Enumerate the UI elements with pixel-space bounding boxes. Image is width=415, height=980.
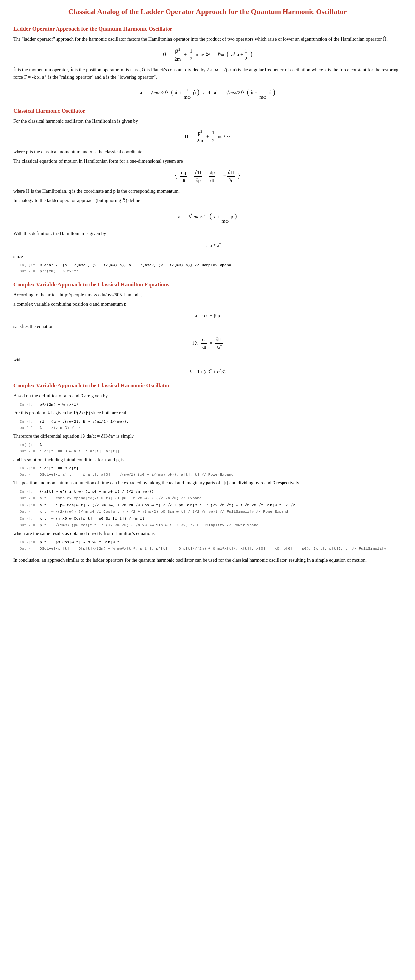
nb-out-label-diff: Out[·]= [20,448,40,454]
page-title: Classical Analog of the Ladder Operator … [13,6,402,17]
notebook-dsolve: In[·]:= i a'[t] == ω a[t] Out[·]= DSolve… [20,465,402,477]
nb-out-label-dsolve: Out[·]= [20,472,40,478]
nb-in-label-r1: In[·]:= [20,402,40,408]
nb-in-label-expand: In[·]:= [20,489,40,495]
a-classical-formula: a = √mω/2 ( x + imω p ) [13,210,402,225]
notebook-xt: In[·]:= a[t] → i p0 Cos[ω t] / (√2 √m √ω… [20,502,402,514]
nb-out-diff: i a'[t] == D[ω a[t] * a*[t], a*[t]] [40,448,402,454]
quantum-hamiltonian-formula: Ĥ = p̂22m + 12 m ω² x̂² = ℏω ( a† a + 12… [13,47,402,62]
nb-out-label-lambda: Out[·]= [20,425,40,431]
complex-para-1: According to the article http://people.u… [13,291,402,299]
ladder-para-2: p̂ is the momentum operator, x̂ is the p… [13,67,402,81]
nb-in-hamilton: p[t] → p0 Cos[ω t] - m x0 ω Sin[ω t] [40,539,402,545]
nb-in-label-lambda: In[·]:= [20,418,40,425]
complex-harmonic-para-6: which are the same results as obtained d… [13,530,402,537]
lambda-formula: λ = 1 / (αβ* + α*β) [13,368,402,375]
nb-out-label-xt: Out[·]= [20,509,40,515]
classical-para-3: The classical equations of motion in Ham… [13,158,402,165]
section-classical-title: Classical Harmonic Oscillator [13,107,402,115]
classical-para-2: where p is the classical momentum and x … [13,148,402,156]
nb-in-1: ω a*a* /. {a → √(mω/2) (x + i/(mω) p), a… [40,262,402,268]
nb-out-label-pt: Out[·]= [20,522,40,528]
H-omega-formula: H = ω a * a* [13,241,402,249]
complex-para-3: satisfies the equation [13,323,402,330]
nb-in-dsolve: i a'[t] == ω a[t] [40,465,402,471]
complex-para-2: a complex variable combining position q … [13,301,402,308]
nb-out-dsolve: DSolve[{i a'[t] == ω a[t], a[0] == √(mω/… [40,472,402,477]
complex-para-4: with [13,356,402,364]
nb-in-label-diff: In[·]:= [20,442,40,448]
notebook-diff-eq: In[·]:= λ → 1 Out[·]= i a'[t] == D[ω a[t… [20,442,402,454]
nb-in-label-pt: In[·]:= [20,516,40,522]
nb-out-1: p²/(2m) + ½ mx²ω² [40,269,402,274]
complex-harmonic-para-3: Therefore the differential equation i λ … [13,433,402,440]
nb-in-lambda: r1 = {α → √(mω/2), β → √(mω/2) 1/(mω)}; [40,418,402,424]
nb-out-label-expand: Out[·]= [20,495,40,501]
conclusion-text: In conclusion, an approach similar to th… [13,557,402,564]
section-complex-harmonic-title: Complex Variable Approach to the Classic… [13,381,402,390]
nb-in-label-hamilton: In[·]:= [20,539,40,545]
notebook-r1: In[·]:= p²/(2m) + ½ mx²ω² [20,402,402,408]
complex-harmonic-para-5: The position and momentum as a function … [13,479,402,487]
complex-harmonic-para-1: Based on the definition of a, α and β ar… [13,393,402,400]
complex-eq-formula: i λ dadt = ∂H∂a* [13,336,402,351]
nb-out-hamilton: DSolve[{x'[t] == D[p[t]²/(2m) + ½ mω²x[t… [40,546,402,551]
hamilton-eqs-formula: { dqdt = ∂H∂p , dpdt = − ∂H∂q } [13,169,402,184]
nb-in-xt: a[t] → i p0 Cos[ω t] / (√2 √m √ω) + √m x… [40,502,402,508]
classical-para-1: For the classical harmonic oscillator, t… [13,118,402,125]
nb-in-label-1: In[·]:= [20,262,40,268]
nb-out-expand: a[t] → ComplexExpand[e^(-i ω t)] (i p0 +… [40,495,402,501]
notebook-hamilton-direct: In[·]:= p[t] → p0 Cos[ω t] - m x0 ω Sin[… [20,539,402,552]
notebook-section-1: In[·]:= ω a*a* /. {a → √(mω/2) (x + i/(m… [20,262,402,274]
notebook-expand: In[·]:= {{a[t] → e^(-i t ω) (i p0 + m x0… [20,489,402,501]
complex-a-formula: a = α q + β p [13,312,402,320]
nb-in-r1: p²/(2m) + ½ mx²ω² [40,402,402,407]
section-ladder-title: Ladder Operator Approach for the Quantum… [13,25,402,33]
notebook-pt: In[·]:= x[t] → (m x0 ω Cos[ω t] - p0 Sin… [20,516,402,528]
classical-para-5: In analogy to the ladder operator approa… [13,197,402,204]
nb-out-label-1: Out[·]= [20,269,40,274]
nb-in-diff: λ → 1 [40,442,402,448]
section-complex-variable-title: Complex Variable Approach to the Classic… [13,280,402,289]
nb-in-pt: x[t] → (m x0 ω Cos[ω t] - p0 Sin[ω t]) /… [40,516,402,522]
nb-in-expand: {{a[t] → e^(-i t ω) (i p0 + m x0 ω) / (√… [40,489,402,494]
nb-out-xt: x[t] → √(2/(mω)) (√(m x0 √ω Cos[ω t]) / … [40,509,402,514]
raising-lowering-formula: a = √mω/2ℏ ( x̂ + imω p̂ ) and a† = √mω/… [13,86,402,101]
nb-out-label-hamilton: Out[·]= [20,546,40,552]
nb-in-label-dsolve: In[·]:= [20,465,40,471]
nb-in-label-xt: In[·]:= [20,502,40,508]
classical-para-4: where H is the Hamiltonian, q is the coo… [13,188,402,195]
classical-hamiltonian-formula: H = p22m + 12 mω² x² [13,129,402,145]
notebook-lambda: In[·]:= r1 = {α → √(mω/2), β → √(mω/2) 1… [20,418,402,431]
complex-harmonic-para-2: For this problem, λ is given by 1/(2 α β… [13,409,402,417]
complex-harmonic-para-4: and its solution, including initial cond… [13,456,402,463]
nb-out-pt: p[t] → √(2mω) (p0 Cos[ω t] / (√2 √m √ω) … [40,522,402,528]
nb-out-lambda: λ → 1/(2 α β) /. r1 [40,425,402,431]
classical-para-7: since [13,253,402,260]
ladder-para-1: The "ladder operator" approach for the h… [13,36,402,43]
classical-para-6: With this definition, the Hamiltonian is… [13,230,402,237]
